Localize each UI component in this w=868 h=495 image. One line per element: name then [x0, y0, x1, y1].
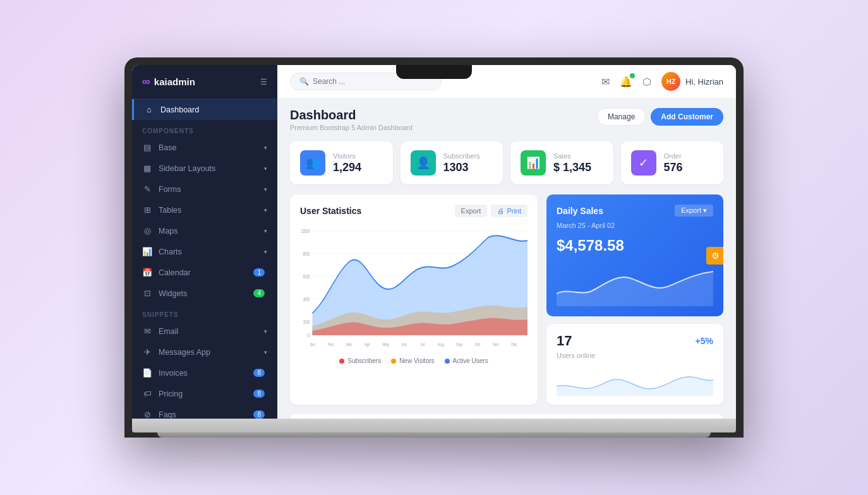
header-right: ✉ 🔔 ⬡ HZ Hi, Hizrian — [601, 72, 723, 91]
faqs-icon: ⊘ — [142, 410, 152, 419]
layers-button[interactable]: ⬡ — [642, 76, 651, 88]
sidebar-dashboard-label: Dashboard — [160, 105, 267, 114]
printer-icon: 🖨 — [497, 207, 504, 215]
main-content: 🔍 ✉ 🔔 ⬡ HZ Hi, — [277, 65, 736, 419]
chevron-icon: ▾ — [264, 186, 267, 193]
svg-text:Jun: Jun — [401, 342, 407, 347]
visitors-info: Visitors 1,294 — [333, 152, 361, 174]
svg-text:Dec: Dec — [511, 342, 517, 347]
visitors-value: 1,294 — [333, 161, 361, 174]
sidebar-item-charts[interactable]: 📊 Charts ▾ — [132, 241, 277, 262]
online-percent: +5% — [696, 336, 713, 346]
sidebar-layouts-icon: ▦ — [142, 164, 152, 173]
svg-text:Nov: Nov — [493, 342, 499, 347]
svg-text:200: 200 — [303, 319, 310, 325]
pricing-icon: 🏷 — [142, 389, 152, 398]
chart-header: User Statistics Export 🖨 Print — [300, 205, 527, 217]
chart-actions: Export 🖨 Print — [455, 205, 527, 217]
svg-text:1000: 1000 — [301, 228, 310, 234]
sidebar-item-calendar[interactable]: 📅 Calendar 1 — [132, 262, 277, 283]
sidebar: ∞ kaiadmin ☰ ⌂ Dashboard COMPONENTS ▤ Ba… — [132, 65, 277, 419]
page-title: Dashboard — [290, 108, 413, 122]
notifications-button[interactable]: 🔔 — [620, 76, 632, 88]
chevron-icon: ▾ — [264, 207, 267, 213]
legend-dot-subscribers — [339, 359, 344, 364]
sidebar-base-label: Base — [159, 143, 264, 152]
sidebar-item-faqs[interactable]: ⊘ Faqs 8 — [132, 404, 277, 419]
faqs-label: Faqs — [159, 410, 253, 419]
widgets-badge: 4 — [253, 289, 265, 297]
online-header: 17 +5% — [557, 333, 713, 349]
charts-label: Charts — [159, 248, 264, 256]
faqs-badge: 8 — [253, 410, 265, 419]
sidebar-item-invoices[interactable]: 📄 Invoices 8 — [132, 362, 277, 383]
maps-label: Maps — [159, 227, 264, 236]
charts-row: User Statistics Export 🖨 Print — [290, 194, 723, 405]
sidebar-item-messages[interactable]: ✈ Messages App ▾ — [132, 342, 277, 362]
subscribers-icon: 👤 — [411, 150, 436, 176]
forms-icon: ✎ — [142, 184, 152, 194]
menu-toggle-icon[interactable]: ☰ — [260, 78, 267, 86]
sales-label: Sales — [553, 152, 591, 160]
svg-text:Sep: Sep — [456, 342, 462, 347]
base-icon: ▤ — [142, 143, 152, 152]
logo: ∞ kaiadmin — [142, 75, 195, 88]
invoices-icon: 📄 — [142, 368, 152, 378]
stat-card-sales: 📊 Sales $ 1,345 — [510, 141, 613, 184]
messages-label: Messages App — [159, 348, 264, 357]
stat-card-subscribers: 👤 Subscribers 1303 — [401, 141, 503, 184]
sales-export-button[interactable]: Export ▾ — [675, 205, 713, 217]
svg-text:May: May — [382, 342, 389, 347]
logo-icon: ∞ — [142, 75, 150, 88]
daily-sales-title: Daily Sales — [557, 206, 603, 216]
visitors-icon: 👥 — [300, 150, 325, 176]
page-content: Dashboard Premium Bootstrap 5 Admin Dash… — [277, 98, 736, 419]
laptop-screen: ∞ kaiadmin ☰ ⌂ Dashboard COMPONENTS ▤ Ba… — [132, 65, 736, 419]
user-menu[interactable]: HZ Hi, Hizrian — [661, 72, 723, 91]
sidebar-item-sidebar-layouts[interactable]: ▦ Sidebar Layouts ▾ — [132, 158, 277, 179]
online-count: 17 — [557, 333, 572, 349]
svg-text:0: 0 — [308, 332, 310, 338]
svg-text:Mar: Mar — [346, 342, 353, 347]
sales-chart — [557, 262, 713, 306]
svg-text:Apr: Apr — [365, 342, 370, 347]
sidebar-item-email[interactable]: ✉ Email ▾ — [132, 321, 277, 342]
subscribers-label: Subscribers — [443, 152, 480, 160]
legend-dot-new-visitors — [391, 359, 396, 364]
sidebar-item-maps[interactable]: ◎ Maps ▾ — [132, 220, 277, 241]
mail-button[interactable]: ✉ — [601, 76, 610, 88]
legend-new-visitors: New Visitors — [391, 357, 434, 364]
invoices-label: Invoices — [159, 369, 253, 378]
chevron-icon: ▾ — [264, 249, 267, 255]
add-customer-button[interactable]: Add Customer — [651, 108, 723, 126]
order-icon: ✓ — [631, 150, 656, 176]
svg-text:Jan: Jan — [310, 342, 315, 347]
sidebar-item-forms[interactable]: ✎ Forms ▾ — [132, 179, 277, 200]
sidebar-item-widgets[interactable]: ⊡ Widgets 4 — [132, 283, 277, 304]
chevron-icon: ▾ — [264, 349, 267, 355]
home-icon: ⌂ — [144, 105, 154, 114]
chart-legend: Subscribers New Visitors Active Users — [300, 357, 527, 364]
page-title-area: Dashboard Premium Bootstrap 5 Admin Dash… — [290, 108, 413, 131]
geolocation-card: Users Geolocation Map of the distributio… — [290, 414, 723, 419]
print-button[interactable]: 🖨 Print — [491, 205, 527, 217]
sidebar-item-base[interactable]: ▤ Base ▾ — [132, 137, 277, 158]
sales-info: Sales $ 1,345 — [553, 152, 591, 174]
widgets-label: Widgets — [159, 289, 253, 298]
sales-date: March 25 - April 02 — [557, 222, 713, 229]
user-greeting: Hi, Hizrian — [685, 77, 723, 86]
logo-name: kaiadmin — [154, 76, 195, 87]
user-statistics-chart: 1000 800 600 400 200 0 — [300, 225, 527, 351]
legend-subscribers: Subscribers — [339, 357, 381, 364]
chevron-icon: ▾ — [264, 328, 267, 335]
sidebar-item-dashboard[interactable]: ⌂ Dashboard — [132, 99, 277, 120]
sales-amount: $4,578.58 — [557, 237, 713, 254]
sidebar-item-tables[interactable]: ⊞ Tables ▾ — [132, 200, 277, 220]
sales-header: Daily Sales Export ▾ — [557, 205, 713, 217]
export-button[interactable]: Export — [455, 205, 488, 217]
manage-button[interactable]: Manage — [597, 108, 646, 126]
page-header: Dashboard Premium Bootstrap 5 Admin Dash… — [290, 108, 723, 131]
avatar: HZ — [661, 72, 680, 91]
online-sparkline — [557, 364, 713, 396]
sidebar-item-pricing[interactable]: 🏷 Pricing 8 — [132, 383, 277, 404]
